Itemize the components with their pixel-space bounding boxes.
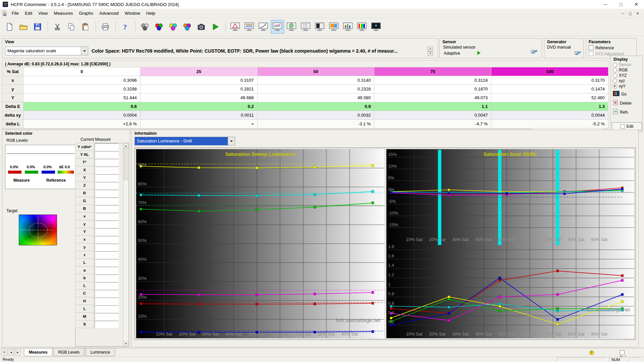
toolbar-save-file-button[interactable]	[31, 20, 44, 34]
measure-cell-y-50[interactable]: 0.2328	[257, 85, 374, 94]
toolbar-measure-free-button[interactable]	[180, 20, 194, 34]
menu-view[interactable]: View	[35, 9, 51, 17]
saturation-scan-shifts-chart[interactable]: 15%10%5%0%-5%-10%-15%1.81.61.41.210.80.6…	[386, 149, 634, 338]
measure-cell-x-25[interactable]: 0.3107	[140, 76, 257, 85]
chevron-down-icon[interactable]	[81, 47, 88, 55]
measure-cell-delta-xy-100[interactable]: 0.0044	[491, 111, 608, 120]
toolbar-cut-button[interactable]	[51, 20, 64, 34]
measure-cell-y-0[interactable]: 0.3298	[23, 85, 141, 94]
measure-cell-delta-e-25[interactable]: 0.2	[140, 102, 257, 111]
sat-column-header-0[interactable]: 0	[23, 67, 141, 76]
measure-cell-delta-e-75[interactable]: 1.1	[374, 102, 491, 111]
toolbar-print-button[interactable]	[99, 20, 112, 34]
menu-help[interactable]: Help	[143, 9, 158, 17]
toolbar-snapshot-button[interactable]	[195, 20, 208, 34]
measure-cell-delta-l-75[interactable]: -4.7 %	[374, 120, 491, 128]
menu-window[interactable]: Window	[122, 9, 143, 17]
toolbar-measure-primaries-button[interactable]	[152, 20, 166, 34]
checkbox-icon[interactable]	[620, 350, 625, 355]
generator-settings-icon[interactable]	[575, 50, 581, 58]
sensor-run-icon[interactable]	[477, 51, 481, 55]
display-go-button[interactable]: Go	[613, 91, 642, 97]
reference-checkbox[interactable]: Reference	[589, 45, 614, 50]
maximize-button[interactable]: □	[613, 0, 629, 9]
measure-cell-delta-xy-75[interactable]: 0.0047	[374, 111, 491, 120]
sensor-settings-icon[interactable]	[531, 49, 538, 56]
measure-cell-delta-l-100[interactable]: -5.2 %	[491, 120, 608, 128]
measure-cell-y-100[interactable]: 52.460	[491, 94, 608, 102]
measure-cell-y-50[interactable]: 49.080	[257, 94, 374, 102]
toolbar-view-gamma-button[interactable]	[257, 20, 270, 34]
current-measure-scrollbar[interactable]: ▲ ▼	[123, 143, 128, 346]
tab-rgb-levels[interactable]: RGB Levels	[53, 348, 85, 356]
toolbar-view-color-temperature-button[interactable]	[327, 20, 340, 34]
measure-cell-y-25[interactable]: 49.668	[140, 94, 257, 102]
measure-cell-delta-l-50[interactable]: -3.1 %	[257, 120, 374, 128]
measure-cell-delta-l-0[interactable]: +2.8 %	[23, 120, 141, 128]
tab-luminance[interactable]: Luminance	[85, 348, 115, 356]
toolbar-paste-button[interactable]	[79, 20, 92, 34]
measure-cell-y-75[interactable]: 49.073	[374, 94, 491, 102]
menu-measures[interactable]: Measures	[51, 9, 76, 17]
menu-advanced[interactable]: Advanced	[96, 9, 122, 17]
mdi-minimize-icon[interactable]: ─	[619, 10, 627, 16]
toolbar-open-file-button[interactable]	[17, 20, 30, 34]
hint-icon[interactable]	[589, 350, 594, 356]
measure-cell-y-75[interactable]: 0.1870	[374, 85, 491, 94]
toolbar-view-spectrum-button[interactable]	[355, 20, 369, 34]
measure-cell-x-100[interactable]: 0.3170	[491, 76, 608, 85]
scale-select[interactable]: Magenta saturation scale	[5, 47, 88, 55]
scroll-up-icon[interactable]: ▲	[124, 143, 128, 148]
menu-edit[interactable]: Edit	[22, 9, 35, 17]
toolbar-measure-grayscale-button[interactable]	[138, 20, 152, 34]
spinner-up-icon[interactable]: ▲	[428, 47, 433, 51]
measure-cell-y-0[interactable]: 51.444	[23, 94, 141, 102]
menu-graphs[interactable]: Graphs	[76, 9, 96, 17]
checkbox-icon[interactable]	[589, 45, 593, 50]
menu-file[interactable]: File	[9, 9, 22, 17]
tab-scroll-left-icon[interactable]: ◄	[8, 349, 14, 355]
toolbar-help-about-button[interactable]: ?	[118, 20, 132, 34]
toolbar-run-measures-button[interactable]	[209, 20, 222, 34]
toolbar-new-file-button[interactable]	[3, 20, 16, 34]
mdi-close-icon[interactable]: ✕	[634, 10, 641, 16]
information-selector[interactable]: Saturation Luminance - Shift	[135, 137, 235, 145]
toolbar-copy-button[interactable]	[65, 20, 78, 34]
toolbar-view-luminance-button[interactable]	[271, 20, 284, 34]
edit-button[interactable]: Edit	[612, 122, 642, 130]
measure-cell-y-100[interactable]: 0.1474	[491, 85, 608, 94]
saturation-sweep-luminance-chart[interactable]: 90%80%70%60%50%40%30%20%10%10% Sat20% Sa…	[136, 149, 384, 338]
measure-cell-x-75[interactable]: 0.3124	[374, 76, 491, 85]
radio-icon[interactable]	[613, 73, 617, 78]
tab-close-icon[interactable]: ✕	[1, 349, 7, 355]
measure-cell-delta-e-50[interactable]: 0.9	[257, 102, 374, 111]
measure-cell-delta-e-100[interactable]: 1.3	[491, 102, 608, 111]
radio-icon[interactable]	[613, 68, 617, 72]
measure-cell-x-50[interactable]: 0.3140	[257, 76, 374, 85]
mdi-restore-icon[interactable]: ◻	[627, 10, 634, 16]
toolbar-view-measures-grid-button[interactable]	[299, 20, 312, 34]
measure-cell-delta-l-25[interactable]: =	[140, 120, 257, 128]
toolbar-view-cie-diagram-button[interactable]	[285, 20, 298, 34]
toolbar-view-crt-button[interactable]	[369, 20, 383, 34]
measure-cell-delta-xy-25[interactable]: 0.0011	[140, 111, 257, 120]
close-button[interactable]: ✕	[629, 0, 644, 9]
radio-icon[interactable]	[613, 79, 617, 83]
toolbar-view-rgb-levels-button[interactable]	[243, 20, 256, 34]
info-spinner[interactable]: ▲ ▼	[428, 47, 433, 55]
scrollbar-thumb[interactable]	[124, 148, 129, 180]
scroll-down-icon[interactable]: ▼	[124, 341, 128, 346]
chevron-down-icon[interactable]	[228, 137, 235, 145]
measure-cell-delta-xy-0[interactable]: 0.0004	[23, 111, 141, 120]
spinner-down-icon[interactable]: ▼	[428, 51, 433, 56]
measure-cell-delta-e-0[interactable]: 0.6	[23, 102, 141, 111]
sat-column-header-25[interactable]: 25	[140, 67, 257, 76]
toolbar-measure-secondaries-button[interactable]	[166, 20, 180, 34]
tab-scroll-right-icon[interactable]: ►	[15, 349, 21, 355]
measure-cell-delta-xy-50[interactable]: 0.0032	[257, 111, 374, 120]
display-delete-button[interactable]: Delete	[613, 100, 642, 106]
toolbar-view-contrast-button[interactable]	[313, 20, 326, 34]
measure-cell-x-0[interactable]: 0.3096	[23, 76, 141, 85]
sat-column-header-50[interactable]: 50	[257, 67, 374, 76]
toolbar-view-gamut-button[interactable]	[228, 20, 242, 34]
